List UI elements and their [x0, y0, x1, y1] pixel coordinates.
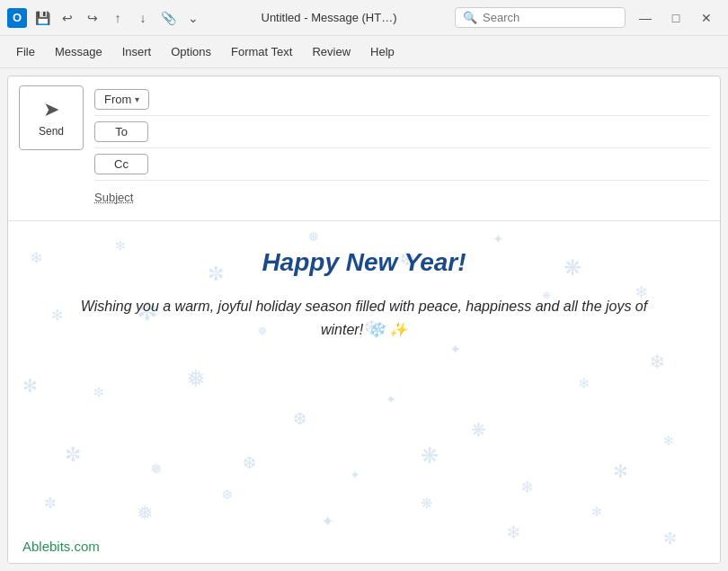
dropdown-icon[interactable]: ⌄: [183, 8, 203, 28]
menu-bar: File Message Insert Options Format Text …: [0, 36, 728, 68]
cc-input[interactable]: [155, 154, 709, 174]
cc-row: Cc: [94, 148, 709, 181]
email-content: Happy New Year! Wishing you a warm, joyf…: [8, 221, 720, 359]
from-input[interactable]: [156, 89, 709, 110]
email-message: Wishing you a warm, joyful holiday seaso…: [76, 295, 652, 341]
field-rows: From ▾ To Cc: [94, 84, 709, 213]
menu-format-text[interactable]: Format Text: [222, 40, 301, 63]
down-icon[interactable]: ↓: [133, 8, 153, 28]
title-bar: O 💾 ↩ ↪ ↑ ↓ 📎 ⌄ Untitled - Message (HT…)…: [0, 0, 728, 36]
footer-branding: Ablebits.com: [22, 539, 100, 554]
attach-icon[interactable]: 📎: [158, 8, 178, 28]
menu-review[interactable]: Review: [303, 40, 360, 63]
search-icon: 🔍: [463, 11, 477, 24]
from-label: From: [104, 93, 131, 106]
to-button[interactable]: To: [94, 121, 148, 142]
from-row: From ▾: [94, 84, 709, 116]
to-label: To: [115, 125, 128, 138]
cc-label: Cc: [114, 157, 129, 171]
cc-button[interactable]: Cc: [94, 154, 148, 174]
subject-input[interactable]: [140, 187, 709, 208]
email-body[interactable]: ❄✻✼❅❆✦❋❄✻✼❅❆✦❋❄✻✼❅❆✦❋❄✻✼❅❆✦❋❄✻✼❅❆✦❋❄✻✼ H…: [8, 221, 720, 563]
search-box[interactable]: 🔍: [455, 7, 626, 28]
maximize-button[interactable]: □: [661, 5, 690, 31]
menu-message[interactable]: Message: [46, 40, 111, 63]
send-icon: ➤: [43, 98, 59, 121]
email-title: Happy New Year!: [26, 248, 702, 277]
up-icon[interactable]: ↑: [108, 8, 128, 28]
to-row: To: [94, 116, 709, 148]
subject-label: Subject: [94, 185, 140, 210]
menu-options[interactable]: Options: [162, 40, 220, 63]
menu-file[interactable]: File: [7, 40, 44, 63]
search-input[interactable]: [483, 11, 608, 24]
menu-insert[interactable]: Insert: [113, 40, 161, 63]
send-button[interactable]: ➤ Send: [19, 85, 84, 150]
undo-icon[interactable]: ↩: [58, 8, 77, 28]
close-button[interactable]: ✕: [692, 5, 721, 31]
from-dropdown-icon: ▾: [135, 94, 139, 104]
menu-help[interactable]: Help: [361, 40, 404, 63]
save-icon[interactable]: 💾: [32, 8, 52, 28]
redo-icon[interactable]: ↪: [83, 8, 102, 28]
to-input[interactable]: [155, 121, 709, 142]
window-controls: — □ ✕: [631, 5, 721, 31]
window-title: Untitled - Message (HT…): [209, 11, 449, 24]
main-window: ➤ Send From ▾ To: [7, 76, 721, 564]
send-label: Send: [39, 125, 64, 138]
subject-row: Subject: [94, 181, 709, 213]
from-button[interactable]: From ▾: [94, 89, 149, 110]
email-header: ➤ Send From ▾ To: [8, 76, 720, 221]
minimize-button[interactable]: —: [631, 5, 660, 31]
outlook-logo: O: [7, 8, 27, 28]
